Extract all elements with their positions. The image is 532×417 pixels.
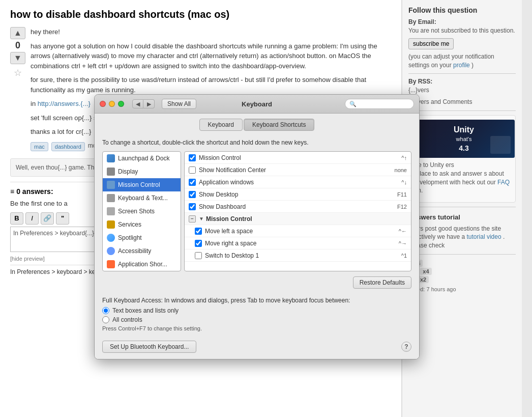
shortcut-app-windows-checkbox[interactable] xyxy=(189,179,196,186)
dialog-instruction: To change a shortcut, double-click the s… xyxy=(102,139,411,146)
shortcut-notification-key: none xyxy=(381,167,407,173)
search-input[interactable] xyxy=(359,100,409,107)
spotlight-icon xyxy=(107,234,115,242)
tab-keyboard-shortcuts[interactable]: Keyboard Shortcuts xyxy=(244,119,314,131)
category-spotlight-label: Spotlight xyxy=(118,234,142,241)
stat-row-3: ks x2 xyxy=(408,276,516,283)
upvote-button[interactable]: ▲ xyxy=(10,27,25,39)
shortcut-mission-control: Mission Control ^↑ xyxy=(185,152,411,164)
shortcut-show-desktop-checkbox[interactable] xyxy=(189,191,196,198)
shortcut-show-dashboard-key: F12 xyxy=(381,204,407,210)
shortcut-notification-checkbox[interactable] xyxy=(189,166,196,174)
follow-title: Follow this question xyxy=(408,6,516,14)
category-screenshots[interactable]: Screen Shots xyxy=(103,205,181,218)
profile-link[interactable]: profile xyxy=(453,62,470,69)
tutorial-link[interactable]: tutorial video xyxy=(467,233,501,240)
not-subscribed-text: You are not subscribed to this question. xyxy=(408,26,516,35)
tag-dashboard[interactable]: dashboard xyxy=(51,142,85,151)
help-button[interactable]: ? xyxy=(401,342,411,352)
bluetooth-button[interactable]: Set Up Bluetooth Keyboard... xyxy=(102,341,196,353)
sidebar: Follow this question By Email: You are n… xyxy=(402,0,522,417)
shortcut-move-right-key: ^→ xyxy=(381,240,407,246)
category-screenshots-label: Screen Shots xyxy=(118,208,155,215)
shortcut-app-windows-label: Application windows xyxy=(199,179,381,186)
sidebar-divider-1 xyxy=(408,73,516,74)
answers-icon: ≡ xyxy=(10,187,14,196)
tutorial-text: users post good questions the site effec… xyxy=(408,225,516,250)
category-keyboard[interactable]: Keyboard & Text... xyxy=(103,191,181,205)
question-body-2: for sure, there is the possibility to us… xyxy=(31,75,391,95)
shortcut-group-label: Mission Control xyxy=(206,215,407,223)
shortcut-mission-control-key: ^↑ xyxy=(381,155,407,161)
shortcut-move-left-key: ^← xyxy=(381,228,407,234)
close-button[interactable] xyxy=(100,101,106,107)
bold-button[interactable]: B xyxy=(10,212,23,225)
stat-row-1: 414 xyxy=(408,260,516,267)
category-services-label: Services xyxy=(118,221,141,228)
shortcut-show-dashboard-checkbox[interactable] xyxy=(189,203,196,210)
shortcut-move-left-label: Move left a space xyxy=(205,228,381,235)
dialog-body: To change a shortcut, double-click the s… xyxy=(95,134,419,337)
restore-defaults-button[interactable]: Restore Defaults xyxy=(353,276,411,289)
tutorial-section: Answers tutorial users post good questio… xyxy=(408,212,516,250)
quote-button[interactable]: " xyxy=(56,212,69,225)
shortcut-mission-control-checkbox[interactable] xyxy=(189,154,196,161)
answer-link[interactable]: http://answers.{...} xyxy=(38,100,91,107)
category-launchpad[interactable]: Launchpad & Dock xyxy=(103,152,181,165)
shortcut-group-collapse[interactable]: − xyxy=(189,215,196,223)
notification-text: (you can adjust your notification settin… xyxy=(408,52,516,70)
tab-keyboard[interactable]: Keyboard xyxy=(199,119,243,131)
italic-button[interactable]: I xyxy=(25,212,39,225)
shortcut-show-dashboard-label: Show Dashboard xyxy=(199,203,381,210)
rss-text: {...}vers xyxy=(408,86,516,95)
question-greeting: hey there! xyxy=(31,27,391,37)
forward-button[interactable]: ▶ xyxy=(143,99,155,108)
faq-link[interactable]: FAQ xyxy=(497,179,510,186)
group-expand-icon: ▼ xyxy=(199,216,204,221)
category-spotlight[interactable]: Spotlight xyxy=(103,231,181,244)
subscribe-button[interactable]: subscribe me xyxy=(408,38,454,49)
category-mission[interactable]: Mission Control xyxy=(103,178,181,191)
category-appshortcuts[interactable]: Application Shor... xyxy=(103,258,181,271)
fka-option2-radio[interactable] xyxy=(102,316,109,323)
show-all-button[interactable]: Show All xyxy=(162,99,196,109)
fka-note: Press Control+F7 to change this setting. xyxy=(102,325,411,331)
shortcut-move-left-checkbox[interactable] xyxy=(195,228,202,235)
answers-label: 0 answers: xyxy=(16,187,53,196)
maximize-button[interactable] xyxy=(118,101,124,107)
fka-option1-radio[interactable] xyxy=(102,307,109,314)
sidebar-divider-2 xyxy=(408,110,516,111)
fka-section: Full Keyboard Access: In windows and dia… xyxy=(102,297,411,331)
unity-image: Unity what's 4.3 xyxy=(413,120,515,158)
search-box: 🔍 xyxy=(345,99,414,109)
sidebar-divider-3 xyxy=(408,207,516,207)
category-accessibility[interactable]: Accessibility xyxy=(103,244,181,258)
back-button[interactable]: ◀ xyxy=(132,99,143,108)
downvote-button[interactable]: ▼ xyxy=(10,52,25,64)
shortcut-switch-desktop-key: ^1 xyxy=(381,253,407,259)
stats-section: 414 ard x4 ks x2 asked: 7 hours ago xyxy=(408,260,516,292)
vote-count: 0 xyxy=(15,40,20,51)
keyboard-dialog: ◀ ▶ Show All Keyboard 🔍 Keyboard Keyboar… xyxy=(94,94,420,359)
favorite-button[interactable]: ☆ xyxy=(14,67,22,78)
shortcut-notification: Show Notification Center none xyxy=(185,164,411,176)
screenshots-icon xyxy=(107,207,115,215)
shortcut-switch-desktop-checkbox[interactable] xyxy=(195,252,202,259)
fka-option1-label: Text boxes and lists only xyxy=(112,307,179,314)
shortcut-move-right-checkbox[interactable] xyxy=(195,240,202,247)
category-display[interactable]: Display xyxy=(103,165,181,178)
window-controls xyxy=(100,101,124,107)
shortcut-move-left: Move left a space ^← xyxy=(185,225,411,237)
shortcut-show-desktop: Show Desktop F11 xyxy=(185,188,411,201)
mission-icon xyxy=(107,181,115,189)
minimize-button[interactable] xyxy=(109,101,115,107)
category-launchpad-label: Launchpad & Dock xyxy=(118,155,169,162)
launchpad-icon xyxy=(107,154,115,162)
shortcut-move-right: Move right a space ^→ xyxy=(185,237,411,249)
shortcut-show-desktop-label: Show Desktop xyxy=(199,191,381,198)
search-icon: 🔍 xyxy=(349,101,357,107)
tag-mac[interactable]: mac xyxy=(31,142,48,151)
category-services[interactable]: Services xyxy=(103,218,181,231)
link-button[interactable]: 🔗 xyxy=(41,212,54,225)
asked-text: asked: 7 hours ago xyxy=(408,286,516,292)
